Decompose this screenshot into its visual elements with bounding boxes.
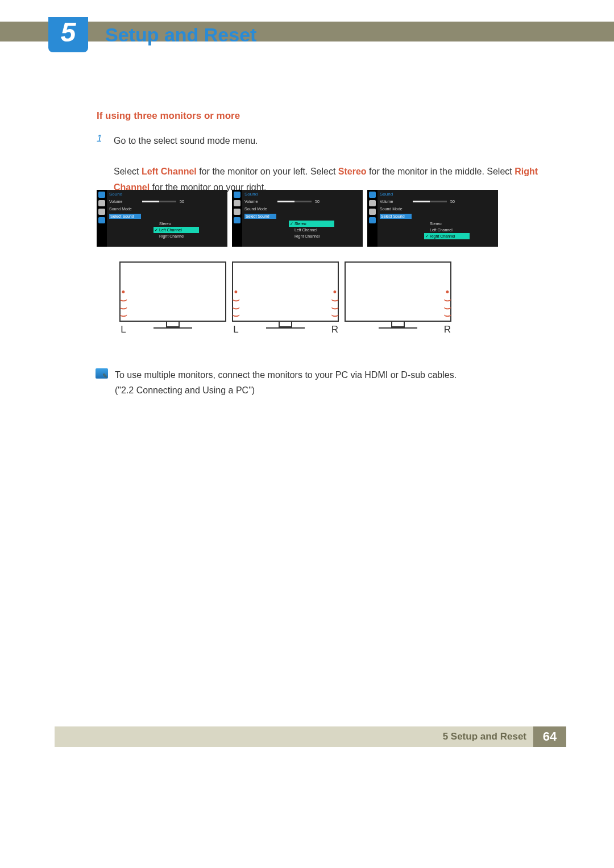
osd-opt-left: Left Channel <box>424 227 470 233</box>
note-body: To use multiple monitors, connect the mo… <box>115 367 457 398</box>
monitor-right: •⌣⌣⌣ R <box>345 261 451 334</box>
monitor-center: •⌣⌣⌣ L •⌣⌣⌣ R <box>232 261 339 334</box>
info-icon <box>234 217 240 223</box>
note-icon <box>96 368 108 379</box>
monitor-left: •⌣⌣⌣ L <box>119 261 226 334</box>
highlight-stereo: Stereo <box>338 167 367 176</box>
screen-outline <box>345 261 451 322</box>
volume-bar <box>142 201 176 202</box>
osd-opt-right: Right Channel <box>289 233 334 239</box>
note-block: To use multiple monitors, connect the mo… <box>96 367 550 398</box>
step-body: Go to the select sound mode menu. Select… <box>114 133 560 195</box>
osd-opt-right: Right Channel <box>424 233 470 239</box>
osd-volume-value: 50 <box>450 200 455 203</box>
stand-neck <box>166 322 180 327</box>
speaker-icon: •⌣⌣⌣ L <box>230 288 242 318</box>
speaker-label-R: R <box>441 324 454 335</box>
speaker-icon: •⌣⌣⌣ R <box>329 288 341 318</box>
osd-opt-left: Left Channel <box>154 227 199 233</box>
gear-icon <box>369 209 376 215</box>
footer-page-number: 64 <box>533 726 566 747</box>
osd-title: Sound <box>380 192 393 197</box>
osd-soundmode-label: Sound Mode <box>380 207 413 211</box>
stand-neck <box>279 322 292 327</box>
note-text: To use multiple monitors, connect the mo… <box>115 370 457 380</box>
osd-sidebar <box>232 190 242 247</box>
note-text: ("2.2 Connecting and Using a PC") <box>115 385 255 395</box>
monitor-icon <box>98 192 105 198</box>
osd-sidebar <box>97 190 107 247</box>
osd-opt-right: Right Channel <box>154 233 199 239</box>
osd-menu-row: Sound Volume50 Sound Mode Select Sound S… <box>97 190 498 247</box>
osd-volume-label: Volume <box>109 200 142 203</box>
osd-volume-label: Volume <box>244 200 277 203</box>
info-icon <box>369 217 376 223</box>
osd-select-label: Select Sound <box>244 214 276 219</box>
footer-title: 5 Setup and Reset <box>443 731 526 742</box>
step-text: Select <box>114 167 142 176</box>
screen-outline <box>119 261 226 322</box>
osd-soundmode-label: Sound Mode <box>109 207 142 211</box>
stand-base <box>266 327 305 329</box>
osd-volume-label: Volume <box>380 200 413 203</box>
step-text: for the monitor in the middle. Select <box>367 167 515 176</box>
osd-menu-right: Sound Volume50 Sound Mode Select Sound S… <box>367 190 498 247</box>
step-1: 1 Go to the select sound mode menu. Sele… <box>97 133 560 195</box>
gear-icon <box>234 209 240 215</box>
highlight-left-channel: Left Channel <box>142 167 197 176</box>
osd-opt-left: Left Channel <box>289 227 334 233</box>
gear-icon <box>98 209 105 215</box>
osd-select-label: Select Sound <box>380 214 412 219</box>
stand-base <box>154 327 192 329</box>
step-text: Go to the select sound mode menu. <box>114 136 258 146</box>
screen-outline <box>232 261 339 322</box>
step-number: 1 <box>97 133 106 195</box>
monitor-icon <box>369 192 376 198</box>
osd-title: Sound <box>244 192 258 197</box>
osd-sidebar <box>367 190 377 247</box>
stand-base <box>379 327 417 329</box>
volume-bar <box>413 201 447 202</box>
speaker-label-L: L <box>230 324 242 335</box>
arrows-icon <box>369 200 376 206</box>
speaker-icon: •⌣⌣⌣ R <box>441 288 454 318</box>
monitor-layout-row: •⌣⌣⌣ L •⌣⌣⌣ L •⌣⌣⌣ R •⌣⌣⌣ R <box>119 261 451 334</box>
speaker-label-L: L <box>117 324 130 335</box>
header-bar <box>0 22 614 41</box>
osd-opt-stereo: Stereo <box>424 221 470 227</box>
arrows-icon <box>98 200 105 206</box>
osd-opt-stereo: Stereo <box>154 221 199 227</box>
osd-menu-left: Sound Volume50 Sound Mode Select Sound S… <box>97 190 227 247</box>
stand-neck <box>391 322 405 327</box>
info-icon <box>98 217 105 223</box>
osd-volume-value: 50 <box>180 200 184 203</box>
osd-select-label: Select Sound <box>109 214 141 219</box>
step-text: for the monitor on your left. Select <box>197 167 338 176</box>
chapter-number-badge: 5 <box>48 17 88 52</box>
monitor-icon <box>234 192 240 198</box>
osd-opt-stereo: Stereo <box>289 221 334 227</box>
osd-soundmode-label: Sound Mode <box>244 207 277 211</box>
osd-volume-value: 50 <box>315 200 320 203</box>
speaker-icon: •⌣⌣⌣ L <box>117 288 130 318</box>
footer-bar: 5 Setup and Reset 64 <box>55 726 566 747</box>
chapter-title: Setup and Reset <box>105 24 256 46</box>
arrows-icon <box>234 200 240 206</box>
osd-title: Sound <box>109 192 122 197</box>
section-subhead: If using three monitors or more <box>97 110 560 122</box>
speaker-label-R: R <box>329 324 341 335</box>
osd-menu-center: Sound Volume50 Sound Mode Select Sound S… <box>232 190 363 247</box>
volume-bar <box>277 201 312 202</box>
